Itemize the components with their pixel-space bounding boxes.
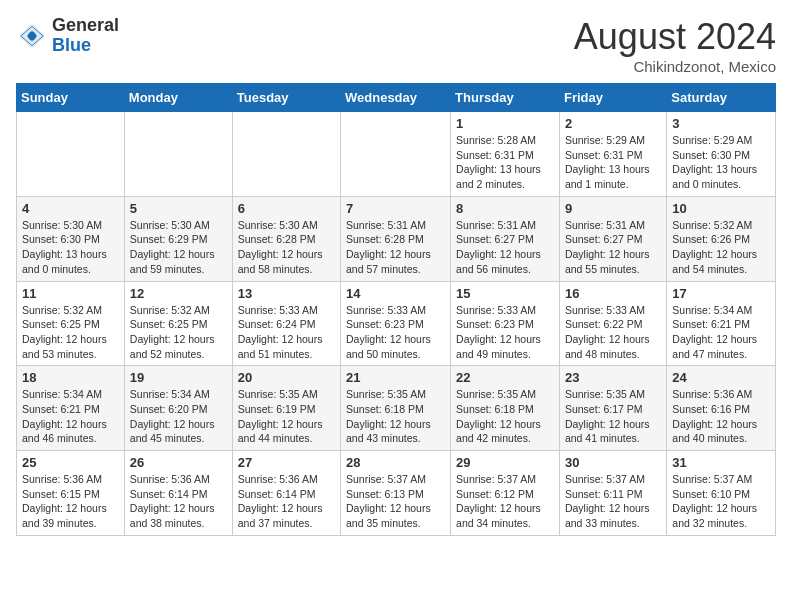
calendar-cell: 13Sunrise: 5:33 AM Sunset: 6:24 PM Dayli… — [232, 281, 340, 366]
calendar-cell: 19Sunrise: 5:34 AM Sunset: 6:20 PM Dayli… — [124, 366, 232, 451]
calendar-header-row: SundayMondayTuesdayWednesdayThursdayFrid… — [17, 84, 776, 112]
month-year: August 2024 — [574, 16, 776, 58]
page-header: General Blue August 2024 Chikindzonot, M… — [16, 16, 776, 75]
day-info: Sunrise: 5:35 AM Sunset: 6:17 PM Dayligh… — [565, 387, 661, 446]
day-number: 1 — [456, 116, 554, 131]
day-of-week-header: Sunday — [17, 84, 125, 112]
day-info: Sunrise: 5:31 AM Sunset: 6:27 PM Dayligh… — [565, 218, 661, 277]
day-info: Sunrise: 5:36 AM Sunset: 6:15 PM Dayligh… — [22, 472, 119, 531]
day-number: 26 — [130, 455, 227, 470]
day-number: 19 — [130, 370, 227, 385]
day-number: 11 — [22, 286, 119, 301]
calendar-cell: 12Sunrise: 5:32 AM Sunset: 6:25 PM Dayli… — [124, 281, 232, 366]
calendar-cell: 3Sunrise: 5:29 AM Sunset: 6:30 PM Daylig… — [667, 112, 776, 197]
day-info: Sunrise: 5:36 AM Sunset: 6:16 PM Dayligh… — [672, 387, 770, 446]
day-number: 21 — [346, 370, 445, 385]
day-number: 12 — [130, 286, 227, 301]
day-of-week-header: Tuesday — [232, 84, 340, 112]
day-info: Sunrise: 5:36 AM Sunset: 6:14 PM Dayligh… — [130, 472, 227, 531]
calendar-cell: 14Sunrise: 5:33 AM Sunset: 6:23 PM Dayli… — [341, 281, 451, 366]
day-info: Sunrise: 5:33 AM Sunset: 6:23 PM Dayligh… — [346, 303, 445, 362]
day-info: Sunrise: 5:30 AM Sunset: 6:30 PM Dayligh… — [22, 218, 119, 277]
calendar-week-row: 25Sunrise: 5:36 AM Sunset: 6:15 PM Dayli… — [17, 451, 776, 536]
day-info: Sunrise: 5:32 AM Sunset: 6:26 PM Dayligh… — [672, 218, 770, 277]
day-number: 29 — [456, 455, 554, 470]
calendar-cell: 15Sunrise: 5:33 AM Sunset: 6:23 PM Dayli… — [451, 281, 560, 366]
calendar-cell — [232, 112, 340, 197]
day-number: 15 — [456, 286, 554, 301]
day-info: Sunrise: 5:36 AM Sunset: 6:14 PM Dayligh… — [238, 472, 335, 531]
calendar-cell: 11Sunrise: 5:32 AM Sunset: 6:25 PM Dayli… — [17, 281, 125, 366]
calendar-cell: 20Sunrise: 5:35 AM Sunset: 6:19 PM Dayli… — [232, 366, 340, 451]
calendar-cell: 27Sunrise: 5:36 AM Sunset: 6:14 PM Dayli… — [232, 451, 340, 536]
calendar-cell: 17Sunrise: 5:34 AM Sunset: 6:21 PM Dayli… — [667, 281, 776, 366]
day-number: 3 — [672, 116, 770, 131]
day-of-week-header: Wednesday — [341, 84, 451, 112]
calendar-cell: 2Sunrise: 5:29 AM Sunset: 6:31 PM Daylig… — [559, 112, 666, 197]
day-info: Sunrise: 5:37 AM Sunset: 6:10 PM Dayligh… — [672, 472, 770, 531]
day-info: Sunrise: 5:30 AM Sunset: 6:29 PM Dayligh… — [130, 218, 227, 277]
calendar-cell: 4Sunrise: 5:30 AM Sunset: 6:30 PM Daylig… — [17, 196, 125, 281]
calendar-week-row: 1Sunrise: 5:28 AM Sunset: 6:31 PM Daylig… — [17, 112, 776, 197]
calendar-cell: 5Sunrise: 5:30 AM Sunset: 6:29 PM Daylig… — [124, 196, 232, 281]
calendar-cell: 29Sunrise: 5:37 AM Sunset: 6:12 PM Dayli… — [451, 451, 560, 536]
day-info: Sunrise: 5:33 AM Sunset: 6:24 PM Dayligh… — [238, 303, 335, 362]
day-info: Sunrise: 5:32 AM Sunset: 6:25 PM Dayligh… — [22, 303, 119, 362]
day-info: Sunrise: 5:34 AM Sunset: 6:20 PM Dayligh… — [130, 387, 227, 446]
calendar-cell: 10Sunrise: 5:32 AM Sunset: 6:26 PM Dayli… — [667, 196, 776, 281]
day-number: 28 — [346, 455, 445, 470]
calendar-cell: 30Sunrise: 5:37 AM Sunset: 6:11 PM Dayli… — [559, 451, 666, 536]
calendar-cell: 22Sunrise: 5:35 AM Sunset: 6:18 PM Dayli… — [451, 366, 560, 451]
day-info: Sunrise: 5:29 AM Sunset: 6:30 PM Dayligh… — [672, 133, 770, 192]
logo: General Blue — [16, 16, 119, 56]
day-info: Sunrise: 5:31 AM Sunset: 6:28 PM Dayligh… — [346, 218, 445, 277]
logo-text: General Blue — [52, 16, 119, 56]
calendar-cell: 7Sunrise: 5:31 AM Sunset: 6:28 PM Daylig… — [341, 196, 451, 281]
day-info: Sunrise: 5:35 AM Sunset: 6:18 PM Dayligh… — [346, 387, 445, 446]
day-number: 23 — [565, 370, 661, 385]
calendar-cell: 31Sunrise: 5:37 AM Sunset: 6:10 PM Dayli… — [667, 451, 776, 536]
day-info: Sunrise: 5:30 AM Sunset: 6:28 PM Dayligh… — [238, 218, 335, 277]
day-info: Sunrise: 5:34 AM Sunset: 6:21 PM Dayligh… — [672, 303, 770, 362]
day-number: 22 — [456, 370, 554, 385]
day-number: 9 — [565, 201, 661, 216]
calendar-cell: 18Sunrise: 5:34 AM Sunset: 6:21 PM Dayli… — [17, 366, 125, 451]
day-of-week-header: Monday — [124, 84, 232, 112]
day-number: 8 — [456, 201, 554, 216]
day-number: 17 — [672, 286, 770, 301]
day-info: Sunrise: 5:37 AM Sunset: 6:13 PM Dayligh… — [346, 472, 445, 531]
calendar-cell — [124, 112, 232, 197]
day-number: 7 — [346, 201, 445, 216]
logo-general: General — [52, 15, 119, 35]
day-number: 25 — [22, 455, 119, 470]
day-number: 14 — [346, 286, 445, 301]
calendar-table: SundayMondayTuesdayWednesdayThursdayFrid… — [16, 83, 776, 536]
day-info: Sunrise: 5:33 AM Sunset: 6:22 PM Dayligh… — [565, 303, 661, 362]
day-number: 13 — [238, 286, 335, 301]
day-number: 5 — [130, 201, 227, 216]
calendar-cell: 8Sunrise: 5:31 AM Sunset: 6:27 PM Daylig… — [451, 196, 560, 281]
calendar-week-row: 18Sunrise: 5:34 AM Sunset: 6:21 PM Dayli… — [17, 366, 776, 451]
day-number: 31 — [672, 455, 770, 470]
calendar-cell: 23Sunrise: 5:35 AM Sunset: 6:17 PM Dayli… — [559, 366, 666, 451]
day-info: Sunrise: 5:37 AM Sunset: 6:11 PM Dayligh… — [565, 472, 661, 531]
day-info: Sunrise: 5:34 AM Sunset: 6:21 PM Dayligh… — [22, 387, 119, 446]
day-info: Sunrise: 5:35 AM Sunset: 6:19 PM Dayligh… — [238, 387, 335, 446]
day-info: Sunrise: 5:35 AM Sunset: 6:18 PM Dayligh… — [456, 387, 554, 446]
day-number: 6 — [238, 201, 335, 216]
day-number: 30 — [565, 455, 661, 470]
logo-icon — [16, 20, 48, 52]
day-number: 16 — [565, 286, 661, 301]
calendar-week-row: 11Sunrise: 5:32 AM Sunset: 6:25 PM Dayli… — [17, 281, 776, 366]
calendar-cell: 24Sunrise: 5:36 AM Sunset: 6:16 PM Dayli… — [667, 366, 776, 451]
day-info: Sunrise: 5:31 AM Sunset: 6:27 PM Dayligh… — [456, 218, 554, 277]
calendar-cell: 28Sunrise: 5:37 AM Sunset: 6:13 PM Dayli… — [341, 451, 451, 536]
day-number: 4 — [22, 201, 119, 216]
calendar-cell: 21Sunrise: 5:35 AM Sunset: 6:18 PM Dayli… — [341, 366, 451, 451]
calendar-cell: 16Sunrise: 5:33 AM Sunset: 6:22 PM Dayli… — [559, 281, 666, 366]
day-info: Sunrise: 5:29 AM Sunset: 6:31 PM Dayligh… — [565, 133, 661, 192]
calendar-cell: 1Sunrise: 5:28 AM Sunset: 6:31 PM Daylig… — [451, 112, 560, 197]
day-number: 24 — [672, 370, 770, 385]
calendar-cell: 9Sunrise: 5:31 AM Sunset: 6:27 PM Daylig… — [559, 196, 666, 281]
day-number: 18 — [22, 370, 119, 385]
